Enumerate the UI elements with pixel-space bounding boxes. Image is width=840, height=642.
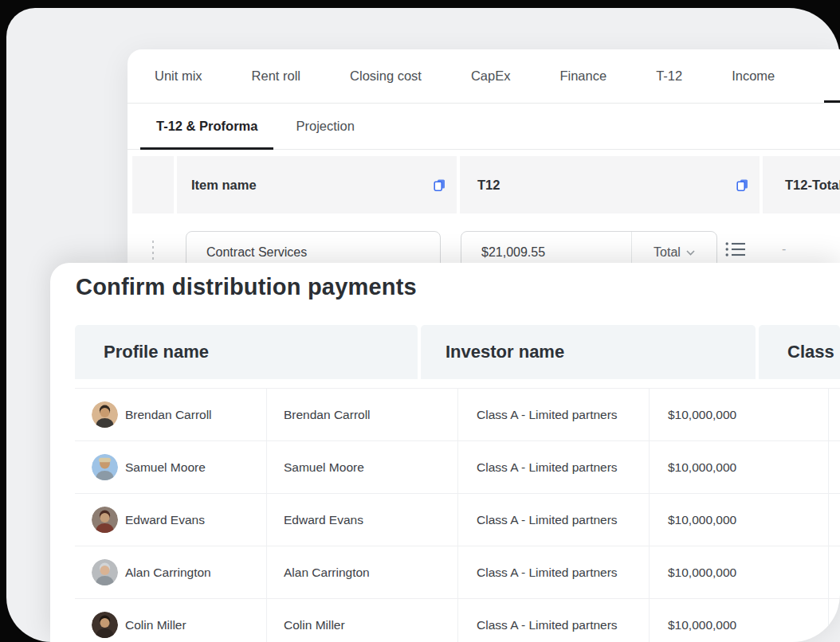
investor-cell: Brendan Carroll <box>267 389 458 440</box>
extra-cell <box>829 441 840 493</box>
investor-name: Alan Carrington <box>284 566 370 580</box>
extra-cell <box>829 546 840 598</box>
table-row: Colin Miller Colin Miller Class A - Limi… <box>75 598 840 642</box>
profile-cell: Colin Miller <box>75 599 267 642</box>
class-value: Class A - Limited partners <box>477 513 618 527</box>
table-row: Samuel Moore Samuel Moore Class A - Limi… <box>75 440 840 493</box>
extra-cell <box>829 494 840 546</box>
profile-name: Colin Miller <box>125 618 186 632</box>
t12-amount-value: $21,009.55 <box>461 245 631 260</box>
amount-value: $10,000,000 <box>668 513 736 527</box>
class-cell: Class A - Limited partners <box>458 546 650 598</box>
drag-column-header <box>132 156 174 213</box>
class-cell: Class A - Limited partners <box>458 441 650 493</box>
distribution-table-body: Brendan Carroll Brendan Carroll Class A … <box>75 388 840 642</box>
table-row: Brendan Carroll Brendan Carroll Class A … <box>75 388 840 440</box>
amount-cell: $10,000,000 <box>650 546 829 598</box>
profile-name: Brendan Carroll <box>125 408 212 422</box>
t12-mode-value: Total <box>654 245 681 260</box>
column-header-t12-total: T12-Total <box>763 156 840 213</box>
column-header-investor-name: Investor name <box>421 325 756 379</box>
table-row: Alan Carrington Alan Carrington Class A … <box>75 546 840 598</box>
column-header-item-name: Item name <box>177 156 457 213</box>
tab-income[interactable]: Income <box>732 49 775 103</box>
avatar <box>92 454 118 480</box>
amount-cell: $10,000,000 <box>650 441 829 493</box>
avatar <box>92 559 118 585</box>
amount-cell: $10,000,000 <box>650 599 829 642</box>
investor-cell: Samuel Moore <box>267 441 458 493</box>
amount-cell: $10,000,000 <box>650 389 829 440</box>
investor-name: Edward Evans <box>284 513 363 527</box>
amount-value: $10,000,000 <box>668 408 736 422</box>
avatar <box>92 401 118 428</box>
distribution-table-header: Profile name Investor name Class <box>75 325 840 379</box>
investor-name: Brendan Carroll <box>284 408 371 422</box>
profile-cell: Alan Carrington <box>75 546 267 598</box>
subtab-t12-proforma[interactable]: T-12 & Proforma <box>140 104 273 149</box>
investor-name: Samuel Moore <box>284 460 364 475</box>
column-header-t12: T12 <box>460 156 760 213</box>
profile-cell: Edward Evans <box>75 494 267 546</box>
amount-value: $10,000,000 <box>668 566 736 580</box>
sheet-data-row: Contract Services $21,009.55 Total <box>128 217 840 263</box>
investor-cell: Alan Carrington <box>267 546 458 598</box>
sheet-table-header: Item name T12 T12-Total <box>132 156 840 213</box>
amount-value: $10,000,000 <box>668 460 736 475</box>
column-header-profile-name: Profile name <box>75 325 418 379</box>
tab-exit[interactable]: Exit <box>824 49 840 103</box>
t12-value-input[interactable]: $21,009.55 Total <box>461 231 717 263</box>
profile-cell: Brendan Carroll <box>75 389 267 440</box>
amount-value: $10,000,000 <box>668 618 736 632</box>
copy-icon[interactable] <box>433 178 446 192</box>
avatar <box>92 612 118 638</box>
modal-title: Confirm distribution payments <box>76 274 417 300</box>
profile-cell: Samuel Moore <box>75 441 267 493</box>
tab-finance[interactable]: Finance <box>559 49 606 103</box>
tab-rent-roll[interactable]: Rent roll <box>252 49 300 103</box>
tab-closing-cost[interactable]: Closing cost <box>350 49 422 103</box>
class-cell: Class A - Limited partners <box>458 494 650 546</box>
chevron-down-icon <box>686 250 695 256</box>
class-cell: Class A - Limited partners <box>458 599 650 642</box>
t12-mode-dropdown[interactable]: Total <box>631 232 716 263</box>
amount-cell: $10,000,000 <box>650 494 829 546</box>
underwriting-sheet-panel: Unit mix Rent roll Closing cost CapEx Fi… <box>128 49 840 263</box>
screenshot-frame: Unit mix Rent roll Closing cost CapEx Fi… <box>0 0 840 642</box>
class-value: Class A - Limited partners <box>477 618 618 632</box>
avatar <box>92 507 118 533</box>
copy-icon[interactable] <box>736 178 749 192</box>
profile-name: Samuel Moore <box>125 460 206 475</box>
item-name-input[interactable]: Contract Services <box>186 231 441 263</box>
tab-capex[interactable]: CapEx <box>471 49 511 103</box>
subtab-projection[interactable]: Projection <box>280 104 370 149</box>
profile-name: Edward Evans <box>125 513 205 527</box>
list-icon[interactable] <box>725 241 747 261</box>
t12-total-value: - <box>782 242 786 256</box>
class-value: Class A - Limited partners <box>477 408 618 422</box>
drag-handle-icon[interactable] <box>150 239 159 260</box>
investor-name: Colin Miller <box>284 618 345 632</box>
table-row: Edward Evans Edward Evans Class A - Limi… <box>75 493 840 546</box>
tab-unit-mix[interactable]: Unit mix <box>155 49 202 103</box>
tab-t12[interactable]: T-12 <box>656 49 682 103</box>
distribution-table: Profile name Investor name Class Brendan… <box>75 325 840 642</box>
column-label: Item name <box>191 178 257 193</box>
class-cell: Class A - Limited partners <box>458 389 650 440</box>
sub-tabs: T-12 & Proforma Projection <box>128 104 840 150</box>
confirm-distribution-modal: Confirm distribution payments Profile na… <box>50 263 840 642</box>
class-value: Class A - Limited partners <box>477 566 618 580</box>
profile-name: Alan Carrington <box>125 566 211 580</box>
column-label: T12-Total <box>785 178 840 193</box>
column-label: T12 <box>477 178 500 193</box>
column-header-class: Class <box>759 325 840 379</box>
extra-cell <box>829 389 840 440</box>
investor-cell: Edward Evans <box>267 494 458 546</box>
main-tabs: Unit mix Rent roll Closing cost CapEx Fi… <box>128 49 840 104</box>
item-name-value: Contract Services <box>206 245 307 260</box>
investor-cell: Colin Miller <box>267 599 458 642</box>
class-value: Class A - Limited partners <box>477 460 618 475</box>
